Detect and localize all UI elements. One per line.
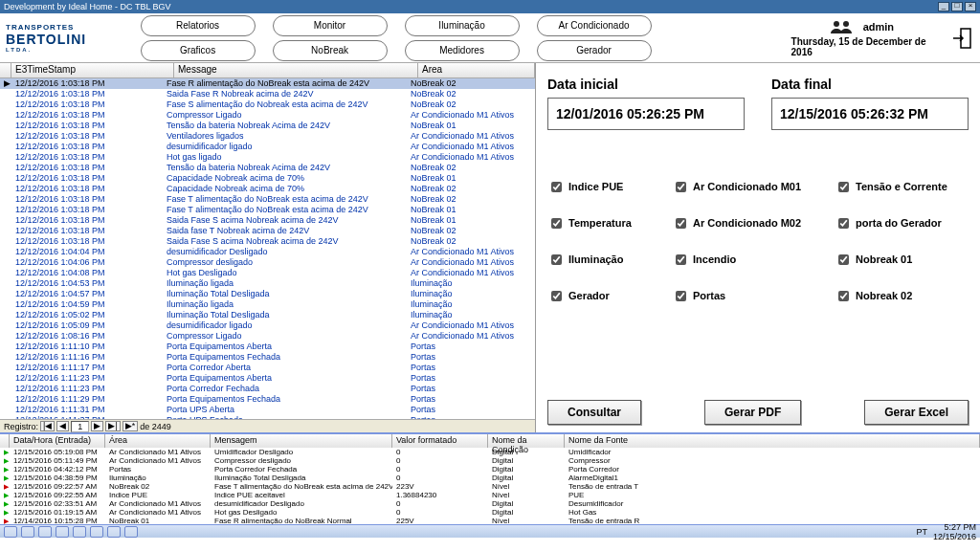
table-row[interactable]: 12/12/2016 1:03:18 PMCapacidade Nobreak … (0, 184, 535, 194)
alarm-row[interactable]: 12/15/2016 05:11:49 PMAr Condicionado M1… (0, 456, 980, 465)
table-row[interactable]: 12/12/2016 1:03:18 PMVentiladores ligado… (0, 131, 535, 142)
gerar-pdf-button[interactable]: Gerar PDF (704, 400, 801, 425)
checkbox-ar-condicionado-m02[interactable]: Ar Condicionado M02 (672, 205, 835, 241)
table-row[interactable]: 12/12/2016 1:08:16 PMCompressor LigadoAr… (0, 331, 535, 342)
close-button[interactable]: × (965, 2, 976, 11)
table-row[interactable]: 12/12/2016 1:05:09 PMdesumidificador lig… (0, 320, 535, 331)
taskbar-icon[interactable] (38, 526, 52, 538)
nav-next[interactable]: ▶ (91, 421, 103, 431)
bcol-condicao[interactable]: Nome da Condição (488, 434, 565, 448)
table-row[interactable]: 12/12/2016 1:03:18 PMSaida Fase S acima … (0, 215, 535, 226)
nav-first[interactable]: |◀ (40, 421, 55, 431)
table-row[interactable]: 12/12/2016 1:03:18 PMCapacidade Nobreak … (0, 173, 535, 184)
maximize-button[interactable]: □ (951, 2, 963, 11)
taskbar-icon[interactable] (73, 526, 86, 538)
nav-last[interactable]: ▶| (105, 421, 120, 431)
nav-nobreak[interactable]: NoBreak (273, 40, 388, 61)
alarm-row[interactable]: 12/15/2016 04:38:59 PMIluminaçãoIluminaç… (0, 474, 980, 482)
alarm-row[interactable]: 12/14/2016 10:15:28 PMNoBreak 01Fase R a… (0, 517, 980, 524)
nav-gerador[interactable]: Gerador (537, 40, 652, 61)
alarm-row[interactable]: 12/15/2016 09:22:57 AMNoBreak 02Fase T a… (0, 482, 980, 491)
nav-position[interactable]: 1 (71, 421, 89, 432)
table-row[interactable]: 12/12/2016 1:03:18 PMFase S alimentação … (0, 99, 535, 110)
checkbox-portas[interactable]: Portas (672, 277, 835, 314)
taskbar-icon[interactable] (90, 526, 103, 538)
alarm-grid-body[interactable]: 12/15/2016 05:19:08 PMAr Condicionado M1… (0, 448, 980, 524)
consultar-button[interactable]: Consultar (547, 400, 641, 425)
taskbar-icon[interactable] (56, 526, 69, 538)
table-row[interactable]: 12/12/2016 1:03:18 PMTensão da bateria N… (0, 163, 535, 173)
table-row[interactable]: ▶12/12/2016 1:03:18 PMFase R alimentação… (0, 78, 535, 89)
event-grid-body[interactable]: ▶12/12/2016 1:03:18 PMFase R alimentação… (0, 78, 535, 419)
table-row[interactable]: 12/12/2016 1:03:18 PMFase T alimentação … (0, 205, 535, 215)
checkbox-temperatura[interactable]: Temperatura (547, 205, 672, 241)
col-header-message[interactable]: Message (174, 63, 418, 77)
table-row[interactable]: 12/12/2016 1:04:57 PMIluminação Total De… (0, 289, 535, 299)
alarm-row[interactable]: 12/15/2016 05:19:08 PMAr Condicionado M1… (0, 448, 980, 456)
checkbox-ar-condicionado-m01[interactable]: Ar Condicionado M01 (672, 168, 835, 205)
nav-medidores[interactable]: Medidores (405, 40, 520, 61)
table-row[interactable]: 12/12/2016 1:05:02 PMIluminação Total De… (0, 310, 535, 320)
table-row[interactable]: 12/12/2016 1:04:04 PMdesumidificador Des… (0, 247, 535, 257)
bcol-mensagem[interactable]: Mensagem (211, 434, 392, 448)
checkbox-tens-o-e-corrente[interactable]: Tensão e Corrente (835, 168, 969, 205)
table-row[interactable]: 12/12/2016 1:03:18 PMTensão da bateria N… (0, 121, 535, 131)
table-row[interactable]: 12/12/2016 1:03:18 PMSaida Fase S acima … (0, 236, 535, 247)
taskbar-icon[interactable] (107, 526, 121, 538)
nav-relatorios[interactable]: Relatorios (141, 15, 256, 36)
bcol-area[interactable]: Área (105, 434, 211, 448)
table-row[interactable]: 12/12/2016 1:03:18 PMSaida fase T Nobrea… (0, 226, 535, 236)
window-titlebar: Development by Ideal Home - DC TBL BGV _… (0, 0, 980, 13)
checkbox-nobreak-02[interactable]: Nobreak 02 (835, 277, 969, 314)
checkbox-porta-do-gerador[interactable]: porta do Gerador (835, 205, 969, 241)
bcol-datahora[interactable]: Data/Hora (Entrada) (10, 434, 105, 448)
nav-monitor[interactable]: Monitor (273, 15, 388, 36)
checkbox-incendio[interactable]: Incendio (672, 241, 835, 277)
col-header-timestamp[interactable]: E3TimeStamp (11, 63, 174, 77)
table-row[interactable]: 12/12/2016 1:11:37 PMPorta UPS FechadaPo… (0, 415, 535, 419)
logout-icon[interactable] (950, 25, 974, 52)
gerar-excel-button[interactable]: Gerar Excel (864, 400, 969, 425)
nav-stop[interactable]: ▶* (122, 421, 139, 431)
checkbox-indice-pue[interactable]: Indice PUE (547, 168, 672, 205)
alarm-row[interactable]: 12/15/2016 02:33:51 AMAr Condicionado M1… (0, 499, 980, 508)
checkbox-nobreak-01[interactable]: Nobreak 01 (835, 241, 969, 277)
table-row[interactable]: 12/12/2016 1:11:31 PMPorta UPS AbertaPor… (0, 405, 535, 415)
date-final-field[interactable]: 12/15/2016 05:26:32 PM (771, 98, 969, 130)
bcol-fonte[interactable]: Nome da Fonte (565, 434, 980, 448)
table-row[interactable]: 12/12/2016 1:11:29 PMPorta Equipamentos … (0, 394, 535, 405)
checkbox-ilumina-o[interactable]: Iluminação (547, 241, 672, 277)
alarm-row[interactable]: 12/15/2016 04:42:12 PMPortasPorta Corred… (0, 465, 980, 474)
table-row[interactable]: 12/12/2016 1:11:17 PMPorta Corredor Aber… (0, 363, 535, 373)
table-row[interactable]: 12/12/2016 1:11:16 PMPorta Equipamentos … (0, 352, 535, 363)
nav-iluminacao[interactable]: Iluminação (405, 15, 520, 36)
table-row[interactable]: 12/12/2016 1:04:59 PMIluminação ligadaIl… (0, 299, 535, 310)
table-row[interactable]: 12/12/2016 1:03:18 PMCompressor LigadoAr… (0, 110, 535, 121)
report-panel: Data inicial 12/01/2016 05:26:25 PM Data… (536, 63, 980, 432)
start-button[interactable] (4, 526, 17, 538)
table-row[interactable]: 12/12/2016 1:11:10 PMPorta Equipamentos … (0, 342, 535, 352)
record-navigator: Registro: |◀ ◀ 1 ▶ ▶| ▶* de 2449 (0, 419, 535, 432)
table-row[interactable]: 12/12/2016 1:04:08 PMHot gas DesligadoAr… (0, 268, 535, 278)
alarm-row[interactable]: 12/15/2016 09:22:55 AMIndice PUEIndice P… (0, 491, 980, 499)
table-row[interactable]: 12/12/2016 1:03:18 PMSaida Fase R Nobrea… (0, 89, 535, 99)
table-row[interactable]: 12/12/2016 1:04:53 PMIluminação ligadaIl… (0, 278, 535, 289)
table-row[interactable]: 12/12/2016 1:03:18 PMFase T alimentação … (0, 194, 535, 205)
table-row[interactable]: 12/12/2016 1:04:06 PMCompressor desligad… (0, 257, 535, 268)
tray-lang[interactable]: PT (916, 527, 927, 537)
minimize-button[interactable]: _ (938, 2, 949, 11)
nav-prev[interactable]: ◀ (56, 421, 69, 431)
taskbar-icon[interactable] (124, 526, 138, 538)
checkbox-gerador[interactable]: Gerador (547, 277, 672, 314)
date-initial-field[interactable]: 12/01/2016 05:26:25 PM (547, 98, 745, 130)
taskbar-icon[interactable] (21, 526, 34, 538)
nav-graficos[interactable]: Graficos (141, 40, 256, 61)
table-row[interactable]: 12/12/2016 1:03:18 PMdesumidificador lig… (0, 142, 535, 152)
table-row[interactable]: 12/12/2016 1:03:18 PMHot gas ligadoAr Co… (0, 152, 535, 163)
table-row[interactable]: 12/12/2016 1:11:23 PMPorta Equipamentos … (0, 373, 535, 384)
nav-arcondicionado[interactable]: Ar Condicionado (537, 15, 652, 36)
col-header-area[interactable]: Area (418, 63, 535, 77)
table-row[interactable]: 12/12/2016 1:11:23 PMPorta Corredor Fech… (0, 384, 535, 394)
bcol-valor[interactable]: Valor formatado (392, 434, 488, 448)
alarm-row[interactable]: 12/15/2016 01:19:15 AMAr Condicionado M1… (0, 508, 980, 517)
